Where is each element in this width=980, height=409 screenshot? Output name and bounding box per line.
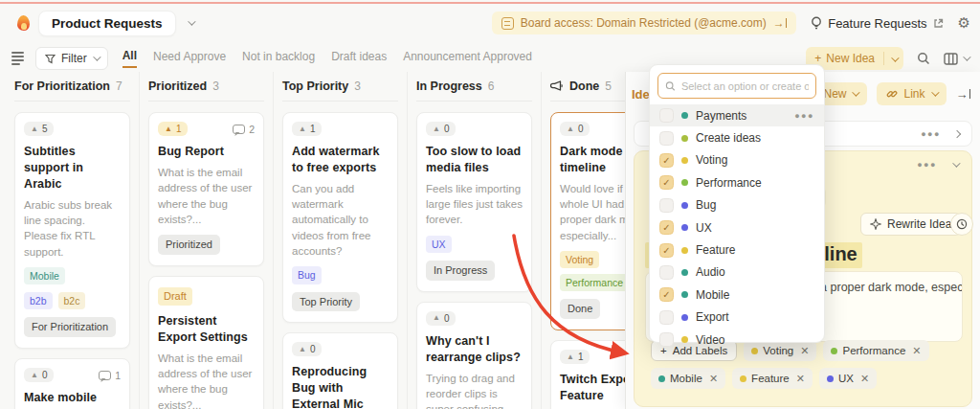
dropdown-option-create-ideas[interactable]: ✓Create ideas [650, 126, 824, 148]
tab-draft-ideas[interactable]: Draft ideas [331, 50, 387, 67]
status-badge: Top Priority [292, 292, 360, 312]
dropdown-option-mobile[interactable]: ✓Mobile [650, 284, 824, 306]
vote-button[interactable]: ▲0 [24, 368, 54, 382]
dropdown-option-performance[interactable]: ✓Performance [650, 171, 824, 193]
vote-button[interactable]: ▲1 [158, 122, 188, 136]
column-prioritized: Prioritized 3 ▲1 2 Bug Report What is th… [140, 72, 274, 409]
label-chip-ux[interactable]: UX✕ [819, 368, 877, 389]
more-options-icon[interactable]: ●●● [921, 129, 941, 139]
option-menu-icon[interactable]: ●●● [794, 111, 814, 121]
checkbox-unchecked[interactable]: ✓ [659, 332, 674, 347]
idea-card[interactable]: ▲0 Too slow to load media files Feels li… [416, 112, 532, 292]
view-rows-icon[interactable] [11, 52, 24, 65]
new-idea-chevron-icon [891, 54, 899, 61]
column-count: 7 [116, 80, 122, 93]
board-access-banner[interactable]: Board access: Domain Restricted (@acme.c… [492, 11, 796, 34]
checkbox-checked[interactable]: ✓ [659, 287, 674, 302]
project-switcher[interactable]: Feature Requests [811, 16, 943, 31]
tab-need-approve[interactable]: Need Approve [153, 50, 226, 67]
dropdown-option-export[interactable]: ✓Export [650, 307, 824, 329]
drawer-link-button[interactable]: Link [877, 82, 946, 105]
checkbox-checked[interactable]: ✓ [659, 175, 674, 190]
rewrite-idea-button[interactable]: Rewrite Idea [860, 213, 961, 236]
label-dot [827, 375, 834, 382]
label-dot [681, 135, 688, 142]
dropdown-option-payments[interactable]: ✓Payments ●●● [650, 104, 824, 126]
idea-card[interactable]: ▲1 2 Bug Report What is the email addres… [148, 112, 264, 266]
vote-button[interactable]: ▲1 [560, 350, 590, 364]
idea-card[interactable]: ▲1 Add watermark to free exports Can you… [282, 112, 398, 323]
remove-label-icon[interactable]: ✕ [860, 373, 869, 385]
checkbox-unchecked[interactable]: ✓ [659, 310, 674, 325]
dropdown-option-feature[interactable]: ✓Feature [650, 239, 824, 261]
filter-chevron-icon [93, 53, 100, 60]
vote-button[interactable]: ▲1 [292, 122, 322, 136]
funnel-icon [45, 54, 56, 64]
vote-button[interactable]: ▲0 [426, 311, 456, 326]
tab-announcement-approved[interactable]: Announcement Approved [403, 50, 532, 67]
column-count: 5 [605, 80, 612, 93]
filter-label: Filter [61, 52, 87, 65]
dropdown-option-video[interactable]: ✓Video [650, 329, 824, 351]
search-icon[interactable] [917, 52, 930, 65]
board-view-switcher[interactable] [944, 53, 969, 65]
vote-button[interactable]: ▲0 [560, 122, 590, 136]
dropdown-option-audio[interactable]: ✓Audio [650, 261, 824, 284]
board-title[interactable]: Product Requests [38, 11, 176, 36]
tab-all[interactable]: All [122, 49, 137, 68]
project-name: Feature Requests [828, 16, 926, 31]
vote-button[interactable]: ▲0 [292, 342, 322, 356]
dropdown-option-voting[interactable]: ✓Voting [650, 149, 824, 171]
remove-label-icon[interactable]: ✕ [796, 373, 805, 385]
settings-gear-icon[interactable]: ⚙ [958, 14, 970, 32]
board-access-text: Board access: Domain Restricted (@acme.c… [521, 16, 767, 30]
app-header: Product Requests Board access: Domain Re… [0, 6, 980, 40]
label-dot [740, 375, 746, 382]
comment-count: 1 [99, 370, 121, 381]
label-dot [681, 179, 688, 186]
new-idea-label: New Idea [826, 52, 875, 65]
labels-dropdown: Select an option or create one ✓Payments… [649, 64, 825, 343]
idea-card[interactable]: ▲0 Why can't I rearrange clips? Trying t… [416, 302, 532, 409]
tab-not-in-backlog[interactable]: Not in backlog [242, 50, 315, 67]
checkbox-unchecked[interactable]: ✓ [659, 198, 674, 213]
column-count: 6 [488, 80, 495, 93]
saved-views-tabs: All Need Approve Not in backlog Draft id… [122, 49, 532, 68]
card-description: Feels like importing large files just ta… [426, 181, 523, 228]
idea-collapse-chevron-icon[interactable] [952, 159, 960, 167]
filter-button[interactable]: Filter [35, 47, 108, 70]
dropdown-option-ux[interactable]: ✓UX [650, 216, 824, 239]
column-title: In Progress [416, 80, 482, 93]
checkbox-checked[interactable]: ✓ [659, 220, 674, 235]
label-voting: Voting [560, 251, 599, 268]
idea-card[interactable]: ▲0 1 Make mobile version!!! No app on mo… [14, 358, 130, 409]
board-title-chevron-icon[interactable] [188, 17, 195, 25]
label-chip-feature[interactable]: Feature✕ [732, 368, 813, 389]
vote-button[interactable]: ▲0 [426, 122, 456, 136]
column-top-priority: Top Priority 3 ▲1 Add watermark to free … [274, 72, 408, 409]
label-search-input[interactable]: Select an option or create one [657, 73, 816, 99]
checkbox-unchecked[interactable]: ✓ [659, 131, 674, 146]
comment-icon [99, 371, 111, 380]
history-button[interactable] [950, 213, 973, 236]
status-badge: Done [560, 299, 600, 319]
idea-more-options-icon[interactable]: ●●● [917, 160, 937, 170]
idea-card[interactable]: ▲5 Subtitles support in Arabic Arabic su… [14, 112, 130, 349]
checkbox-checked[interactable]: ✓ [659, 153, 674, 168]
label-dot [681, 224, 688, 231]
collapse-drawer-icon[interactable]: → [956, 88, 971, 101]
view-chevron-icon [963, 53, 970, 60]
idea-card[interactable]: ▲0 Reproducing Bug with External Mic Aud… [282, 332, 398, 409]
remove-label-icon[interactable]: ✕ [709, 373, 718, 385]
dropdown-option-bug[interactable]: ✓Bug [650, 194, 824, 216]
vote-button[interactable]: ▲5 [24, 122, 54, 136]
checkbox-unchecked[interactable]: ✓ [659, 108, 674, 123]
label-chip-performance[interactable]: Performance✕ [823, 340, 928, 361]
checkbox-checked[interactable]: ✓ [659, 243, 674, 258]
label-chip-mobile[interactable]: Mobile✕ [651, 368, 725, 389]
remove-label-icon[interactable]: ✕ [912, 345, 921, 357]
expand-chevron-icon[interactable] [953, 129, 961, 137]
checkbox-unchecked[interactable]: ✓ [659, 265, 674, 280]
idea-card[interactable]: Draft Persistent Export Settings What is… [148, 276, 264, 409]
label-b2c: b2c [58, 292, 86, 309]
